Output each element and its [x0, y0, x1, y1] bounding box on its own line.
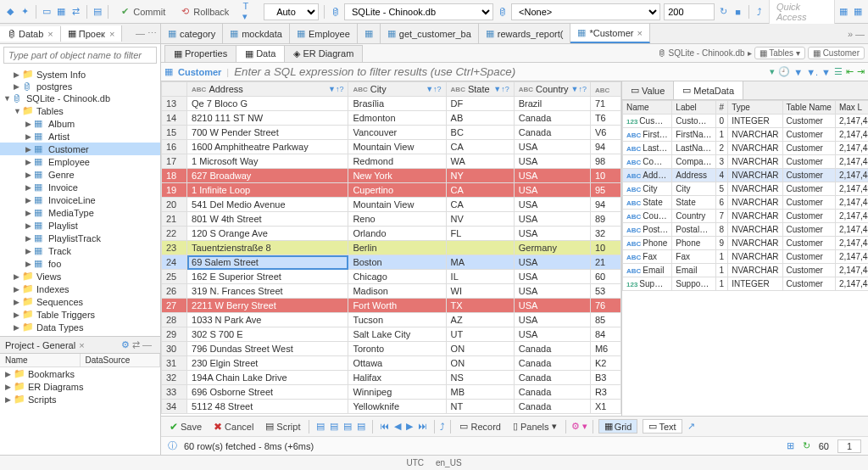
schema-select[interactable]: <None>	[511, 3, 660, 20]
new-sql-icon[interactable]: ✦	[19, 6, 31, 18]
export-icon[interactable]: ⤴	[754, 6, 765, 18]
tree-playlisttrack[interactable]: ▶▦PlaylistTrack	[0, 232, 160, 244]
tree-track[interactable]: ▶▦Track	[0, 244, 160, 257]
cancel-button[interactable]: ✖Cancel	[210, 419, 257, 434]
rownum-header[interactable]	[162, 82, 187, 97]
export-icon[interactable]: ⤴	[440, 422, 445, 432]
mcol-label[interactable]: Label	[672, 101, 715, 115]
mcol-type[interactable]: Type	[728, 101, 782, 115]
meta-compa[interactable]: ABCCo…Compa…3NVARCHARCustomer2,147,483	[623, 155, 869, 169]
col-pos-icon[interactable]: ⊞	[787, 440, 794, 451]
columns-icon[interactable]: ☰	[834, 66, 843, 77]
script-button[interactable]: ▤ Script	[262, 419, 303, 434]
tab-metadata[interactable]: ▭ MetaData	[674, 81, 743, 99]
meta-grid[interactable]: Name Label # Type Table Name Max L 123Cu…	[622, 100, 868, 291]
meta-phone[interactable]: ABCPhonePhone9NVARCHARCustomer2,147,483	[623, 237, 869, 250]
row-34[interactable]: 345112 48 StreetYellowknifeNTCanadaX1	[162, 400, 621, 414]
commit-button[interactable]: ✔Commit	[114, 4, 170, 20]
row-33[interactable]: 33696 Osborne StreetWinnipegMBCanadaR3	[162, 385, 621, 400]
row-23[interactable]: 23Tauentzienstraße 8BerlinGermany10	[162, 241, 621, 255]
timezone[interactable]: UTC	[406, 458, 424, 467]
more-tabs-icon[interactable]: »	[848, 29, 853, 39]
row-19[interactable]: 191 Infinite LoopCupertinoCAUSA95	[162, 183, 621, 198]
db-tree[interactable]: ▶📁System Info▶🛢postgres▼🛢SQLite - Chinoo…	[0, 66, 160, 336]
funnel-icon[interactable]: ▼	[821, 67, 831, 77]
stop-icon[interactable]: ■	[732, 6, 743, 18]
tree-artist[interactable]: ▶▦Artist	[0, 130, 160, 143]
mcol-max[interactable]: Max L	[835, 101, 868, 115]
last-icon[interactable]: ⏭	[416, 420, 429, 433]
row-pos[interactable]: 1	[837, 439, 861, 453]
tree-foo[interactable]: ▶▦foo	[0, 257, 160, 270]
row-32[interactable]: 32194A Chain Lake DriveHalifaxNSCanadaB3	[162, 371, 621, 385]
tree-genre[interactable]: ▶▦Genre	[0, 168, 160, 181]
tree-system-info[interactable]: ▶📁System Info	[0, 68, 160, 81]
row-20[interactable]: 20541 Del Medio AvenueMountain ViewCAUSA…	[162, 198, 621, 212]
minimize-icon[interactable]: —	[136, 28, 145, 39]
table-icon[interactable]: ▦	[56, 6, 67, 18]
first-icon[interactable]: ⏮	[378, 420, 391, 433]
col-address[interactable]: ABCAddress▼↑?	[187, 82, 348, 97]
gear-icon[interactable]: ⚙ ▾	[571, 421, 587, 432]
row-16[interactable]: 161600 Amphitheatre ParkwayMountain View…	[162, 140, 621, 154]
txn-mode-icon[interactable]: T ▾	[237, 0, 259, 24]
row-13[interactable]: 13Qe 7 Bloco GBrasíliaDFBrazil71	[162, 97, 621, 111]
row-31[interactable]: 31230 Elgin StreetOttawaONCanadaK2	[162, 356, 621, 371]
tree-table-triggers[interactable]: ▶📁Table Triggers	[0, 308, 160, 321]
bc-db[interactable]: SQLite - Chinook.db	[669, 48, 745, 58]
close-icon[interactable]: ×	[79, 340, 84, 350]
tab-value[interactable]: ▭ Value	[622, 81, 674, 99]
tab-projects[interactable]: ▦ Проек×	[61, 25, 123, 42]
meta-custo[interactable]: 123Cus…Custo…0INTEGERCustomer2,147,483	[623, 115, 869, 128]
meta-postal[interactable]: ABCPost…Postal…8NVARCHARCustomer2,147,48…	[623, 223, 869, 237]
align4-icon[interactable]: ▤	[355, 420, 367, 433]
next-icon[interactable]: ▶	[404, 420, 415, 433]
refresh-icon[interactable]: ↻	[718, 6, 729, 18]
proj-er-diagrams[interactable]: ▶📁ER Diagrams	[0, 380, 160, 393]
proj-scripts[interactable]: ▶📁Scripts	[0, 393, 160, 406]
grid-toggle[interactable]: ▦ Grid	[598, 419, 638, 434]
align1-icon[interactable]: ▤	[314, 420, 326, 433]
col-datasource[interactable]: DataSource	[81, 354, 161, 366]
proj-bookmarks[interactable]: ▶📁Bookmarks	[0, 367, 160, 380]
collapse-icon[interactable]: —	[142, 339, 152, 350]
tree-invoiceline[interactable]: ▶▦InvoiceLine	[0, 193, 160, 206]
mcol-table[interactable]: Table Name	[782, 101, 835, 115]
tree-employee[interactable]: ▶▦Employee	[0, 155, 160, 168]
new-connection-icon[interactable]: ◆	[5, 6, 16, 18]
collapse-icon[interactable]: ⇤	[846, 66, 854, 77]
record-button[interactable]: ▭ Record	[456, 419, 504, 434]
meta-country[interactable]: ABCCou…Country7NVARCHARCustomer2,147,483	[623, 210, 869, 223]
row-27[interactable]: 272211 W Berry StreetFort WorthTXUSA76	[162, 299, 621, 313]
row-22[interactable]: 22120 S Orange AveOrlandoFLUSA32	[162, 227, 621, 241]
tree-views[interactable]: ▶📁Views	[0, 270, 160, 283]
mcol-num[interactable]: #	[715, 101, 728, 115]
rollback-button[interactable]: ⟲Rollback	[174, 4, 234, 20]
meta-state[interactable]: ABCStateState6NVARCHARCustomer2,147,483	[623, 196, 869, 210]
col-extra[interactable]: ABC	[590, 82, 620, 97]
bc-tables[interactable]: ▦ Tables ▾	[754, 47, 805, 59]
etab--sqlite-chino[interactable]: ▦	[358, 24, 381, 43]
locale[interactable]: en_US	[436, 458, 462, 467]
col-city[interactable]: ABCCity▼↑?	[348, 82, 446, 97]
gear-icon[interactable]: ⚙	[121, 339, 130, 350]
funnel-icon[interactable]: ▼.	[806, 67, 818, 77]
meta-lastna[interactable]: ABCLast…LastNa…2NVARCHARCustomer2,147,48…	[623, 142, 869, 155]
etab-rewards_report-[interactable]: ▦ rewards_report(	[479, 24, 571, 43]
tree-sqlite-chinook-db[interactable]: ▼🛢SQLite - Chinook.db	[0, 92, 160, 104]
row-25[interactable]: 25162 E Superior StreetChicagoILUSA60	[162, 270, 621, 284]
tree-postgres[interactable]: ▶🛢postgres	[0, 81, 160, 92]
subtab-data[interactable]: ▦ Data	[236, 45, 285, 62]
data-grid[interactable]: ABCAddress▼↑? ABCCity▼↑? ABCState▼↑? ABC…	[161, 81, 621, 414]
row-28[interactable]: 281033 N Park AveTucsonAZUSA85	[162, 313, 621, 327]
tree-playlist[interactable]: ▶▦Playlist	[0, 219, 160, 232]
tree-indexes[interactable]: ▶📁Indexes	[0, 283, 160, 295]
subtab-properties[interactable]: ▦ Properties	[164, 45, 236, 62]
tree-customer[interactable]: ▶▦Customer	[0, 143, 160, 155]
close-icon[interactable]: ×	[47, 29, 53, 39]
link-icon[interactable]: ⇄	[132, 339, 140, 350]
mcol-name[interactable]: Name	[623, 101, 672, 115]
align2-icon[interactable]: ▤	[328, 420, 340, 433]
row-21[interactable]: 21801 W 4th StreetRenoNVUSA89	[162, 212, 621, 227]
project-tree[interactable]: ▶📁Bookmarks▶📁ER Diagrams▶📁Scripts	[0, 367, 160, 455]
